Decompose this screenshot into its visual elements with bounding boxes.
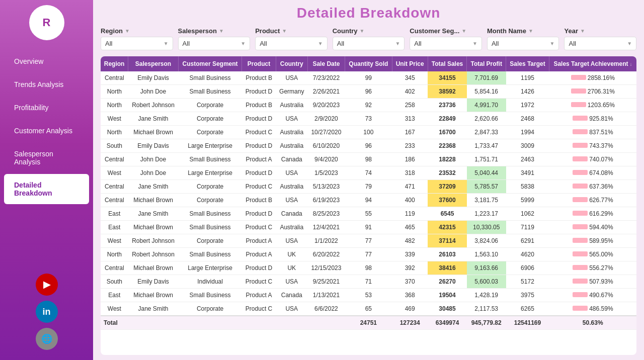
col-header-unit-price[interactable]: Unit Price <box>392 56 428 71</box>
cell-sales-target: 6291 <box>506 234 549 248</box>
cell-sale-date: 9/4/2020 <box>307 153 345 166</box>
table-row: CentralJane SmithCorporateProduct CAustr… <box>101 180 636 194</box>
sidebar-item-salesperson-analysis[interactable]: Salesperson Analysis <box>4 143 89 173</box>
cell-quantity-sold: 96 <box>345 139 392 153</box>
total-cell-2 <box>178 316 242 330</box>
table-row: WestJohn DoeLarge EnterpriseProduct DUSA… <box>101 166 636 180</box>
col-header-region[interactable]: Region <box>101 56 128 71</box>
sort-arrow: ↓ <box>629 61 632 67</box>
cell-sales-target-achievement: 2706.31% <box>549 85 636 99</box>
cell-product: Product C <box>242 126 276 139</box>
cell-total-sales: 19504 <box>428 289 467 302</box>
col-header-quantity-sold[interactable]: Quantity Sold <box>345 56 392 71</box>
filter-select-month_name[interactable]: All▼ <box>487 37 559 50</box>
cell-customer-segment: Small Business <box>178 248 242 261</box>
table-row: NorthJohn DoeSmall BusinessProduct DGerm… <box>101 85 636 99</box>
col-header-product[interactable]: Product <box>242 56 276 71</box>
cell-total-profit: 9,163.66 <box>467 261 506 275</box>
cell-total-sales: 37209 <box>428 180 467 194</box>
col-header-salesperson[interactable]: Salesperson <box>128 56 179 71</box>
filter-label-text: Country <box>333 27 358 35</box>
cell-unit-price: 258 <box>392 99 428 112</box>
cell-product: Product D <box>242 112 276 126</box>
mini-bar <box>573 224 588 229</box>
col-header-sale-date[interactable]: Sale Date <box>307 56 345 71</box>
cell-region: North <box>101 85 128 99</box>
cell-country: USA <box>276 302 307 316</box>
cell-sale-date: 6/20/2022 <box>307 248 345 261</box>
filter-select-year[interactable]: All▼ <box>564 37 636 50</box>
mini-bar <box>573 197 588 202</box>
cell-product: Product C <box>242 180 276 194</box>
cell-sale-date: 5/13/2023 <box>307 180 345 194</box>
cell-product: Product D <box>242 139 276 153</box>
cell-sales-target-achievement: 743.37% <box>549 139 636 153</box>
cell-total-profit: 5,785.57 <box>467 180 506 194</box>
sidebar: R OverviewTrends AnalysisProfitabilityCu… <box>0 0 93 360</box>
cell-sales-target-achievement: 837.51% <box>549 126 636 139</box>
cell-salesperson: Robert Johnson <box>128 234 179 248</box>
cell-quantity-sold: 77 <box>345 234 392 248</box>
col-header-total-profit[interactable]: Total Profit <box>467 56 506 71</box>
table-row: SouthEmily DavisIndividualProduct CUSA9/… <box>101 275 636 289</box>
cell-total-sales: 38592 <box>428 85 467 99</box>
cell-sales-target-achievement: 589.95% <box>549 234 636 248</box>
filter-label-text: Salesperson <box>178 27 217 35</box>
cell-country: USA <box>276 234 307 248</box>
filter-select-region[interactable]: All▼ <box>101 37 173 50</box>
nav-items: OverviewTrends AnalysisProfitabilityCust… <box>0 50 93 274</box>
cell-country: USA <box>276 275 307 289</box>
cell-customer-segment: Small Business <box>178 153 242 166</box>
cell-sales-target-achievement: 486.59% <box>549 302 636 316</box>
cell-country: Canada <box>276 207 307 221</box>
cell-region: North <box>101 99 128 112</box>
cell-total-sales: 37114 <box>428 234 467 248</box>
filter-select-salesperson[interactable]: All▼ <box>178 37 251 50</box>
total-row: Total247511272346349974945,779.821254116… <box>101 316 636 330</box>
cell-total-sales: 34155 <box>428 71 467 85</box>
cell-region: Central <box>101 71 128 85</box>
cell-quantity-sold: 99 <box>345 71 392 85</box>
table-row: NorthRobert JohnsonSmall BusinessProduct… <box>101 248 636 261</box>
sidebar-item-customer-analysis[interactable]: Customer Analysis <box>4 120 89 142</box>
dropdown-arrow: ▼ <box>472 41 477 46</box>
cell-sales-target: 3491 <box>506 166 549 180</box>
dropdown-arrow: ▼ <box>164 41 169 46</box>
filter-select-product[interactable]: All▼ <box>255 37 328 50</box>
cell-sale-date: 7/23/2022 <box>307 71 345 85</box>
cell-total-profit: 3,181.75 <box>467 194 506 207</box>
sidebar-item-overview[interactable]: Overview <box>4 50 89 72</box>
cell-quantity-sold: 71 <box>345 275 392 289</box>
filter-label-text: Product <box>255 27 280 35</box>
sidebar-item-profitability[interactable]: Profitability <box>4 97 89 119</box>
total-cell-9: 945,779.82 <box>467 316 506 330</box>
table-row: CentralMichael BrownCorporateProduct BUS… <box>101 194 636 207</box>
filter-salesperson: Salesperson ▼All▼ <box>178 27 251 50</box>
col-header-sales-target-achievement[interactable]: Sales Target Achievement↓ <box>549 56 636 71</box>
cell-sale-date: 9/20/2023 <box>307 99 345 112</box>
cell-sales-target: 4620 <box>506 248 549 261</box>
cell-salesperson: John Doe <box>128 153 179 166</box>
table-scroll[interactable]: RegionSalespersonCustomer SegmentProduct… <box>101 56 636 355</box>
cell-sale-date: 12/15/2023 <box>307 261 345 275</box>
cell-unit-price: 471 <box>392 180 428 194</box>
col-header-country[interactable]: Country <box>276 56 307 71</box>
col-header-customer-segment[interactable]: Customer Segment <box>178 56 242 71</box>
cell-unit-price: 186 <box>392 153 428 166</box>
col-header-total-sales[interactable]: Total Sales <box>428 56 467 71</box>
cell-total-sales: 26270 <box>428 275 467 289</box>
cell-total-sales: 30485 <box>428 302 467 316</box>
mini-bar <box>573 156 588 161</box>
web-icon[interactable]: 🌐 <box>36 328 58 350</box>
sidebar-item-detailed-breakdown[interactable]: Detailed Breakdown <box>4 174 89 204</box>
linkedin-icon[interactable]: in <box>36 301 58 323</box>
col-header-sales-target[interactable]: Sales Target <box>506 56 549 71</box>
filter-select-customer_seg...[interactable]: All▼ <box>410 37 482 50</box>
cell-customer-segment: Small Business <box>178 85 242 99</box>
cell-total-profit: 2,620.66 <box>467 112 506 126</box>
filter-select-country[interactable]: All▼ <box>333 37 405 50</box>
youtube-icon[interactable]: ▶ <box>36 274 58 296</box>
sidebar-item-trends-analysis[interactable]: Trends Analysis <box>4 73 89 96</box>
cell-sales-target-achievement: 594.40% <box>549 221 636 234</box>
table-row: WestJane SmithCorporateProduct CUSA6/6/2… <box>101 302 636 316</box>
